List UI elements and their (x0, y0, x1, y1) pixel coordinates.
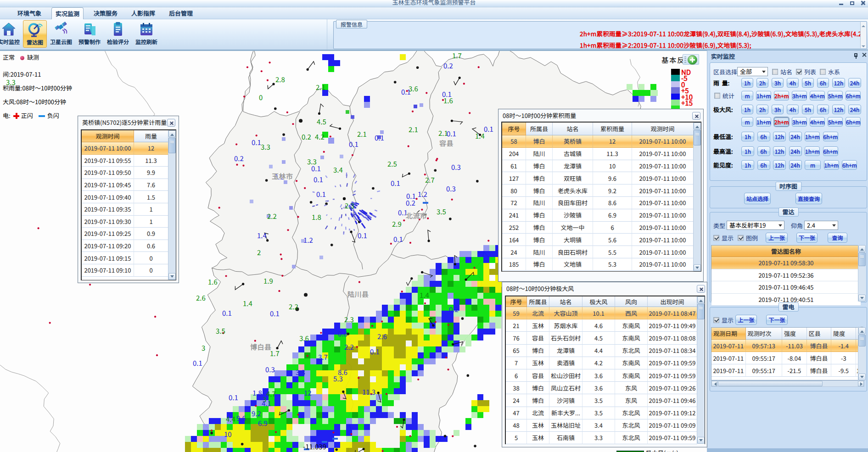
scrollbar-thumb[interactable] (858, 335, 866, 346)
table-row[interactable]: 7玉林卖酒镇4.2东南风2019-07-11 09:59 (506, 357, 705, 369)
scroll-up-icon[interactable] (694, 123, 701, 129)
table-row[interactable]: 252博白文地一中62019-07-11 10:00 (502, 222, 701, 234)
column-header[interactable]: 所属县 (526, 123, 553, 135)
scrollbar-thumb[interactable] (858, 252, 866, 266)
lightning-table-scrollbar[interactable] (858, 327, 866, 380)
period-button-12h[interactable]: 12h (773, 146, 786, 156)
scroll-up-icon[interactable] (168, 130, 176, 137)
period-button-1h+m[interactable]: 1h+m (756, 117, 771, 127)
table-row[interactable]: 2019-07-11 09:509.9 (82, 167, 176, 179)
period-button-24h[interactable]: 24h (789, 132, 802, 141)
column-header[interactable]: 极大风 (582, 296, 615, 307)
period-button-1h+m[interactable]: 1h+m (756, 91, 771, 100)
period-button-m[interactable]: m (741, 117, 753, 127)
table-row[interactable]: 2019-07-1109:55:17-21.5博白县-9.511 (711, 364, 864, 377)
period-button-4h+m[interactable]: 4h+m (810, 117, 825, 127)
table-row[interactable]: 185博白文地镇5.32019-07-11 10:00 (502, 258, 701, 271)
radar-checkbox-1[interactable] (713, 235, 719, 241)
period-button-6h+m[interactable]: 6h+m (823, 146, 838, 156)
checkbox-1[interactable] (772, 69, 778, 75)
table-row[interactable]: 21玉林苏烟水库4.6东南风2019-07-11 09:49 (506, 319, 705, 332)
column-header[interactable]: 站名 (549, 296, 582, 307)
column-header[interactable]: 累积雨量 (593, 123, 632, 135)
close-icon[interactable] (167, 119, 175, 127)
period-button-5h[interactable]: 5h (802, 105, 814, 114)
menu-tab-2[interactable]: 实况监测 (51, 7, 84, 19)
period-button-1h+m[interactable]: 1h+m (805, 146, 820, 156)
scroll-down-icon[interactable] (858, 374, 866, 380)
period-button-2h[interactable]: 2h (756, 78, 768, 88)
table-row[interactable]: 2019-07-11 09:301 (82, 216, 176, 228)
period-button-3h+m[interactable]: 3h+m (792, 91, 807, 100)
period-button-24h[interactable]: 24h (789, 160, 802, 170)
toolbar-item-1[interactable]: 实时监控 (0, 20, 21, 48)
period-button-m[interactable]: m (741, 91, 753, 100)
column-header[interactable]: 风向 (615, 296, 648, 307)
close-icon[interactable] (692, 112, 700, 120)
period-button-6h+m[interactable]: 6h+m (846, 117, 861, 127)
period-button-5h+m[interactable]: 5h+m (828, 91, 843, 100)
column-header[interactable]: 观测时次 (746, 328, 782, 340)
period-button-2h+m[interactable]: 2h+m (774, 91, 789, 100)
table-row[interactable]: 58博白英桥镇122019-07-11 10:00 (502, 135, 701, 148)
period-button-1h[interactable]: 1h (741, 160, 754, 170)
checkbox-2[interactable] (796, 69, 802, 75)
column-header[interactable]: 所属县 (527, 296, 549, 307)
toolbar-item-4[interactable]: 预警制作 (76, 20, 103, 48)
column-header[interactable]: 区县 (807, 328, 832, 340)
scroll-down-icon[interactable] (858, 295, 866, 301)
period-button-24h[interactable]: 24h (848, 105, 861, 114)
lightning-button-1[interactable]: 上一张 (735, 315, 757, 325)
scrollbar-thumb[interactable] (697, 304, 705, 319)
timeseries-button-1[interactable]: 站点选择 (744, 193, 771, 204)
column-header[interactable]: 陡度 (831, 328, 856, 340)
maximize-button[interactable] (849, 0, 856, 6)
menu-tab-4[interactable]: 人影指挥 (128, 7, 159, 19)
table-row[interactable]: 80博白老虎头水库9.22019-07-11 10:00 (502, 184, 701, 197)
radar-button-1[interactable]: 上一张 (766, 233, 788, 243)
table-row[interactable]: 164博白大垌镇5.62019-07-11 10:00 (502, 234, 701, 246)
table-row[interactable]: 241博白沙陂镇6.92019-07-11 10:00 (502, 209, 701, 222)
table-row[interactable]: 2019-07-11 09:100 (82, 264, 176, 277)
column-header[interactable]: 序号 (506, 296, 527, 307)
table-row[interactable]: 2019-07-11 09:5511.3 (82, 155, 176, 167)
table-scrollbar[interactable] (697, 296, 705, 444)
table-row[interactable]: 2019-07-1109:55:17-8.04博白县-3 (711, 352, 864, 364)
table-row[interactable]: 5玉林石南镇3.3东北风2019-07-11 09:59 (506, 432, 705, 444)
lightning-checkbox[interactable] (713, 317, 719, 323)
column-header[interactable]: 观测日期 (711, 328, 746, 340)
period-button-12h[interactable]: 12h (773, 160, 786, 170)
table-row[interactable]: 24陆川良田石垌村5.52019-07-11 10:00 (502, 246, 701, 258)
menu-tab-1[interactable]: 环境气象 (14, 7, 45, 19)
period-button-24h[interactable]: 24h (789, 146, 802, 156)
period-button-6h[interactable]: 6h (817, 78, 829, 88)
radar-list-item[interactable]: 2019-07-11 09:52:36 (711, 269, 861, 282)
menu-tab-5[interactable]: 后台管理 (165, 7, 196, 19)
table-row[interactable]: 2019-07-11 09:250.9 (82, 228, 176, 240)
period-button-1h[interactable]: 1h (741, 105, 753, 114)
scrollbar-thumb[interactable] (168, 138, 176, 153)
scroll-down-icon[interactable] (694, 264, 701, 271)
scrollbar-thumb[interactable] (694, 130, 701, 145)
period-button-6h[interactable]: 6h (817, 105, 829, 114)
toolbar-item-5[interactable]: 检验评分 (105, 20, 131, 48)
period-button-6h+m[interactable]: 6h+m (846, 91, 861, 100)
table-row[interactable]: 2019-07-11 10:0012 (82, 142, 176, 155)
column-header[interactable]: 观测时间 (632, 123, 694, 135)
radar-list-scrollbar[interactable] (858, 245, 866, 301)
alarm-scrollbar[interactable] (860, 22, 866, 48)
period-button-5h+m[interactable]: 5h+m (828, 117, 843, 127)
hscrollbar-thumb[interactable] (718, 381, 823, 386)
column-header[interactable]: 观测时间 (82, 130, 134, 142)
stat-checkbox[interactable] (714, 93, 720, 99)
table-row[interactable]: 38博白凤山立石村3.6东风2019-07-11 09:26 (506, 382, 705, 394)
scroll-right-icon[interactable] (858, 381, 864, 386)
period-button-1h+m[interactable]: 1h+m (824, 160, 839, 170)
pin-icon[interactable] (853, 53, 859, 59)
table-row[interactable]: 65博白龙潭镇4.4东北风2019-07-11 08:34 (506, 345, 705, 357)
radar-list-item[interactable]: 2019-07-11 09:46:45 (711, 281, 861, 294)
close-button[interactable] (860, 0, 867, 6)
scroll-up-icon[interactable] (858, 245, 866, 252)
table-row[interactable]: 47北流新丰大罗...3.5东北风2019-07-11 09:12 (506, 407, 705, 419)
period-button-6h+m[interactable]: 6h+m (842, 160, 857, 170)
